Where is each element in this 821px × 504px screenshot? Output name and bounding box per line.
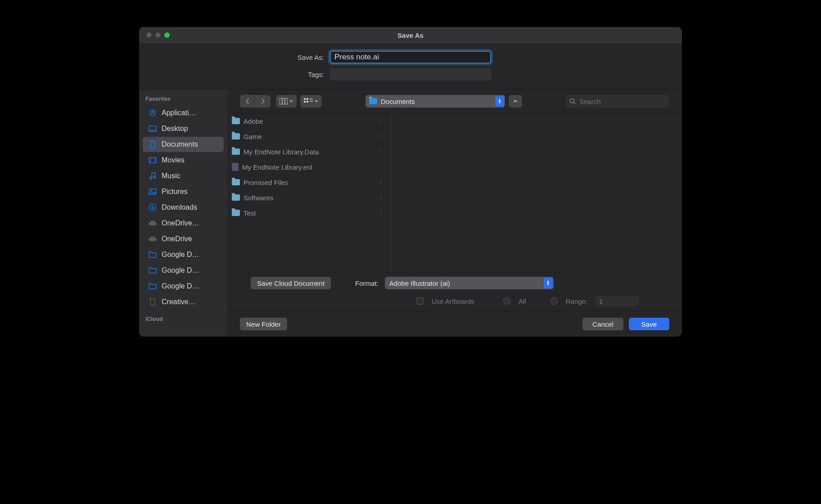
zoom-window-button[interactable]: [164, 32, 170, 38]
folder-icon: [232, 133, 240, 140]
svg-text:A: A: [151, 110, 154, 115]
folder-icon: [148, 283, 157, 289]
file-row[interactable]: Adobe〉: [227, 113, 391, 129]
location-label: Documents: [381, 98, 415, 105]
format-value: Adobe Illustrator (ai): [389, 279, 450, 287]
sidebar-item-creative-[interactable]: Creative…: [143, 294, 224, 310]
sidebar-item-label: Movies: [162, 156, 185, 164]
sidebar-item-desktop[interactable]: Desktop: [143, 121, 224, 136]
file-row[interactable]: My EndNote Library.Data〉: [227, 144, 391, 159]
window-title: Save As: [397, 32, 424, 39]
sidebar-item-onedrive-[interactable]: OneDrive…: [143, 216, 224, 231]
svg-point-10: [151, 190, 152, 192]
tags-label: Tags:: [221, 71, 324, 78]
chevron-right-icon: 〉: [379, 132, 385, 140]
minimize-window-button[interactable]: [155, 32, 161, 38]
sidebar-item-music[interactable]: Music: [143, 168, 224, 184]
sidebar-item-label: Pictures: [162, 188, 188, 196]
save-button[interactable]: Save: [629, 318, 669, 330]
all-radio[interactable]: [503, 297, 510, 305]
sidebar-item-label: Documents: [162, 140, 198, 148]
file-row[interactable]: My EndNote Library.enl: [227, 159, 391, 175]
location-popup[interactable]: Documents ▲▼: [365, 95, 505, 108]
sidebar-item-google-d-[interactable]: Google D…: [143, 279, 224, 294]
file-name: Promised Files: [244, 179, 288, 186]
range-radio[interactable]: [550, 297, 558, 305]
chevron-right-icon: 〉: [379, 148, 385, 156]
sidebar-item-label: Desktop: [162, 125, 188, 133]
forward-button[interactable]: [255, 95, 271, 108]
downloads-icon: [148, 203, 157, 212]
browser-toolbar: Documents ▲▼: [227, 90, 682, 113]
chevron-right-icon: 〉: [379, 117, 385, 125]
svg-rect-3: [149, 158, 156, 163]
saveas-input[interactable]: [329, 50, 492, 64]
file-name: My EndNote Library.Data: [244, 148, 319, 156]
sidebar-item-label: Google D…: [162, 251, 199, 259]
cloud-grey-icon: [148, 236, 157, 242]
sidebar-item-label: Creative…: [162, 298, 196, 306]
music-icon: [148, 172, 157, 180]
folder-icon: [148, 267, 157, 274]
file-name: Softwares: [244, 194, 274, 202]
format-popup[interactable]: Adobe Illustrator (ai) ▲▼: [385, 277, 554, 289]
file-row[interactable]: Softwares〉: [227, 190, 391, 205]
svg-rect-17: [304, 101, 306, 103]
file-row[interactable]: Promised Files〉: [227, 175, 391, 190]
file-row[interactable]: Game〉: [227, 129, 391, 144]
sidebar-item-label: Applicati…: [162, 109, 196, 117]
range-input[interactable]: [595, 296, 639, 306]
close-window-button[interactable]: [146, 32, 152, 38]
cancel-button[interactable]: Cancel: [582, 318, 623, 330]
action-bar: New Folder Cancel Save: [227, 311, 682, 337]
sidebar-item-label: Music: [162, 172, 180, 180]
back-button[interactable]: [240, 95, 255, 108]
file-icon: [232, 163, 239, 171]
folder-icon: [148, 252, 157, 258]
all-label: All: [519, 297, 526, 305]
folder-icon: [232, 194, 240, 201]
new-folder-button[interactable]: New Folder: [240, 318, 287, 330]
save-dialog: Save As Save As: Tags: FavoritesAApplica…: [139, 27, 682, 337]
chevron-down-icon: [315, 100, 318, 103]
use-artboards-label: Use Artboards: [432, 297, 474, 305]
search-input[interactable]: [566, 95, 669, 108]
file-name: My EndNote Library.enl: [242, 163, 312, 171]
sidebar-item-onedrive[interactable]: OneDrive: [143, 231, 224, 247]
sidebar-item-google-d-[interactable]: Google D…: [143, 263, 224, 278]
sidebar-section-header: iCloud: [139, 314, 227, 325]
file-grey-icon: [148, 298, 157, 306]
file-row[interactable]: Test〉: [227, 205, 391, 220]
sidebar-item-movies[interactable]: Movies: [143, 153, 224, 168]
movies-icon: [148, 157, 157, 163]
format-label: Format:: [355, 279, 379, 287]
range-label: Range:: [566, 297, 587, 305]
folder-icon: [232, 118, 240, 124]
use-artboards-checkbox[interactable]: [416, 297, 424, 305]
saveas-label: Save As:: [221, 54, 324, 61]
svg-rect-2: [149, 130, 156, 131]
view-columns-button[interactable]: [276, 95, 297, 108]
save-cloud-button[interactable]: Save Cloud Document: [251, 277, 331, 289]
chevron-right-icon: 〉: [379, 194, 385, 202]
desktop-icon: [148, 126, 157, 132]
cloud-grey-icon: [148, 220, 157, 226]
traffic-lights: [146, 32, 170, 38]
sidebar-item-downloads[interactable]: Downloads: [143, 200, 224, 215]
svg-rect-18: [307, 101, 308, 103]
collapse-button[interactable]: [509, 95, 522, 108]
chevron-down-icon: [289, 100, 293, 103]
sidebar-item-applicati-[interactable]: AApplicati…: [143, 105, 224, 121]
nav-segment: [240, 95, 271, 108]
view-group-button[interactable]: [300, 95, 322, 108]
svg-rect-15: [304, 98, 306, 100]
sidebar-item-google-d-[interactable]: Google D…: [143, 247, 224, 262]
file-name: Game: [244, 133, 262, 140]
chevron-right-icon: 〉: [379, 178, 385, 186]
sidebar-item-documents[interactable]: Documents: [143, 137, 224, 152]
tags-input[interactable]: [329, 68, 492, 81]
sidebar-item-label: OneDrive: [162, 235, 192, 243]
file-name: Test: [244, 209, 256, 217]
sidebar-item-label: Downloads: [162, 203, 197, 212]
sidebar-item-pictures[interactable]: Pictures: [143, 184, 224, 199]
